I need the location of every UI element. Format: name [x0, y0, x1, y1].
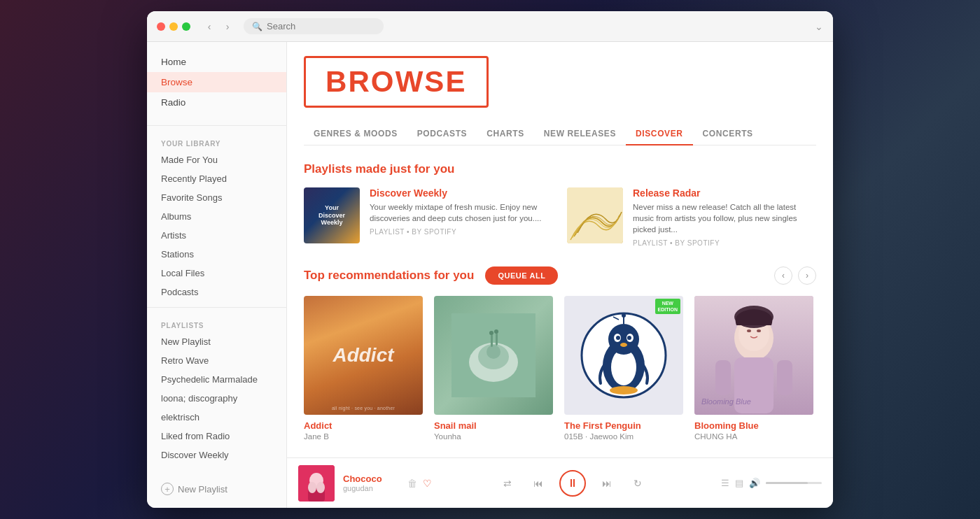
nav-arrows: ‹ › — [202, 19, 235, 34]
svg-rect-29 — [715, 360, 731, 395]
svg-rect-5 — [491, 334, 493, 347]
svg-point-37 — [316, 482, 325, 493]
tab-new-releases[interactable]: NEW RELEASES — [534, 123, 626, 145]
sidebar-item-discover-weekly[interactable]: Discover Weekly — [147, 446, 286, 464]
album-title-blooming-blue: Blooming Blue — [694, 420, 813, 431]
traffic-lights — [157, 22, 190, 31]
like-icon[interactable]: ♡ — [423, 478, 432, 489]
svg-point-4 — [486, 345, 500, 359]
queue-all-button[interactable]: QUEUE ALL — [485, 266, 558, 285]
tab-genres-moods[interactable]: GENRES & MOODS — [304, 123, 407, 145]
back-button[interactable]: ‹ — [202, 19, 217, 34]
album-card-snail-mail[interactable]: Snail mail Younha — [434, 296, 553, 441]
album-title-snail-mail: Snail mail — [434, 420, 553, 431]
forward-button[interactable]: › — [220, 19, 235, 34]
library-section-label: YOUR LIBRARY — [147, 131, 286, 150]
sidebar-item-favorite-songs[interactable]: Favorite Songs — [147, 188, 286, 207]
tab-charts[interactable]: CHARTS — [477, 123, 534, 145]
chevron-down-icon[interactable]: ⌄ — [815, 21, 823, 32]
sidebar-item-podcasts[interactable]: Podcasts — [147, 283, 286, 301]
new-playlist-label: New Playlist — [178, 484, 227, 495]
now-playing-bar: Chococo gugudan 🗑 ♡ ⇄ ⏮ ⏸ ⏭ ↻ ☰ ▤ � — [287, 457, 833, 508]
sidebar-item-radio[interactable]: Radio — [147, 92, 286, 113]
prev-rec-button[interactable]: ‹ — [774, 266, 792, 285]
divider — [147, 125, 286, 126]
release-radar-thumb — [567, 187, 623, 243]
previous-button[interactable]: ⏮ — [528, 474, 548, 493]
playlist-card-discover-weekly[interactable]: YourDiscoverWeekly Discover Weekly Your … — [304, 187, 553, 247]
discover-weekly-desc: Your weekly mixtape of fresh music. Enjo… — [370, 201, 553, 224]
tab-concerts[interactable]: CONCERTS — [693, 123, 763, 145]
sidebar-item-artists[interactable]: Artists — [147, 226, 286, 245]
tabs-bar: GENRES & MOODS PODCASTS CHARTS NEW RELEA… — [304, 123, 816, 145]
sidebar: Home Browse Radio YOUR LIBRARY Made For … — [147, 42, 287, 508]
next-button[interactable]: ⏭ — [597, 474, 617, 493]
maximize-button[interactable] — [182, 22, 190, 31]
title-bar: ‹ › 🔍 ⌄ — [147, 11, 833, 42]
gugudan-thumb — [298, 465, 335, 502]
volume-icon[interactable]: 🔊 — [749, 478, 760, 488]
svg-point-12 — [608, 324, 639, 355]
new-playlist-button[interactable]: + New Playlist — [147, 477, 286, 501]
release-radar-meta: PLAYLIST • BY SPOTIFY — [633, 239, 816, 247]
sidebar-item-liked-from-radio[interactable]: Liked from Radio — [147, 427, 286, 446]
svg-text:Blooming Blue: Blooming Blue — [701, 397, 751, 406]
snail-mail-cover-art — [434, 296, 553, 415]
lyrics-icon[interactable]: ▤ — [735, 478, 743, 488]
sidebar-item-stations[interactable]: Stations — [147, 245, 286, 264]
album-title-first-penguin: The First Penguin — [564, 420, 683, 431]
addict-cover-art: Addict all night · see you · another — [304, 296, 423, 415]
minimize-button[interactable] — [169, 22, 178, 31]
blooming-cover-art: Blooming Blue — [694, 296, 813, 415]
playlist-card-release-radar[interactable]: Release Radar Never miss a new release! … — [567, 187, 816, 247]
now-playing-info: Chococo gugudan — [343, 474, 399, 492]
shuffle-button[interactable]: ⇄ — [498, 474, 517, 493]
discover-weekly-name: Discover Weekly — [370, 187, 553, 199]
next-rec-button[interactable]: › — [798, 266, 816, 285]
sidebar-nav: Home Browse Radio — [147, 42, 286, 120]
volume-bar[interactable] — [766, 482, 822, 484]
svg-rect-7 — [496, 333, 498, 346]
album-artist-first-penguin: 015B · Jaewoo Kim — [564, 432, 683, 441]
sidebar-item-home[interactable]: Home — [147, 52, 286, 72]
sidebar-item-local-files[interactable]: Local Files — [147, 264, 286, 283]
sidebar-item-psychedelic-marmalade[interactable]: Psychedelic Marmalade — [147, 370, 286, 389]
queue-icon[interactable]: ☰ — [721, 478, 729, 488]
sidebar-item-recently-played[interactable]: Recently Played — [147, 169, 286, 188]
tab-podcasts[interactable]: PODCASTS — [407, 123, 477, 145]
sidebar-item-retro-wave[interactable]: Retro Wave — [147, 351, 286, 370]
album-card-addict[interactable]: Addict all night · see you · another Add… — [304, 296, 423, 441]
albums-row: Addict all night · see you · another Add… — [304, 296, 816, 441]
sidebar-item-albums[interactable]: Albums — [147, 207, 286, 226]
sidebar-item-loona[interactable]: loona; discography — [147, 389, 286, 408]
playlists-section-heading: Playlists made just for you — [304, 162, 816, 176]
delete-icon[interactable]: 🗑 — [407, 478, 417, 489]
tab-discover[interactable]: DISCOVER — [626, 123, 692, 145]
svg-point-15 — [616, 336, 620, 340]
sidebar-item-new-playlist[interactable]: New Playlist — [147, 332, 286, 351]
album-card-blooming-blue[interactable]: Blooming Blue Blooming Blue CHUNG HA — [694, 296, 813, 441]
browse-title-box: BROWSE — [304, 56, 489, 108]
playlists-section-label: PLAYLISTS — [147, 313, 286, 332]
album-card-first-penguin[interactable]: NEWEDITION The First Penguin 015B · Jaew… — [564, 296, 683, 441]
svg-point-18 — [610, 386, 638, 394]
pause-button[interactable]: ⏸ — [559, 470, 586, 497]
search-input[interactable] — [267, 21, 365, 31]
rec-nav-arrows: ‹ › — [774, 266, 816, 285]
playlist-thumb-release-radar — [567, 187, 623, 243]
sidebar-item-made-for-you[interactable]: Made For You — [147, 150, 286, 169]
content-area: BROWSE GENRES & MOODS PODCASTS CHARTS NE… — [287, 42, 833, 508]
repeat-button[interactable]: ↻ — [628, 474, 648, 493]
playlist-info-release-radar: Release Radar Never miss a new release! … — [633, 187, 816, 247]
sidebar-item-browse[interactable]: Browse — [147, 72, 286, 92]
sidebar-item-elektrisch[interactable]: elektrisch — [147, 408, 286, 427]
release-radar-desc: Never miss a new release! Catch all the … — [633, 201, 816, 235]
discover-weekly-thumb: YourDiscoverWeekly — [304, 187, 360, 243]
album-artist-addict: Jane B — [304, 432, 423, 441]
search-icon: 🔍 — [252, 22, 262, 31]
browse-title: BROWSE — [326, 65, 467, 98]
album-cover-addict: Addict all night · see you · another — [304, 296, 423, 415]
main-area: Home Browse Radio YOUR LIBRARY Made For … — [147, 42, 833, 508]
search-bar[interactable]: 🔍 — [244, 18, 384, 34]
close-button[interactable] — [157, 22, 165, 31]
